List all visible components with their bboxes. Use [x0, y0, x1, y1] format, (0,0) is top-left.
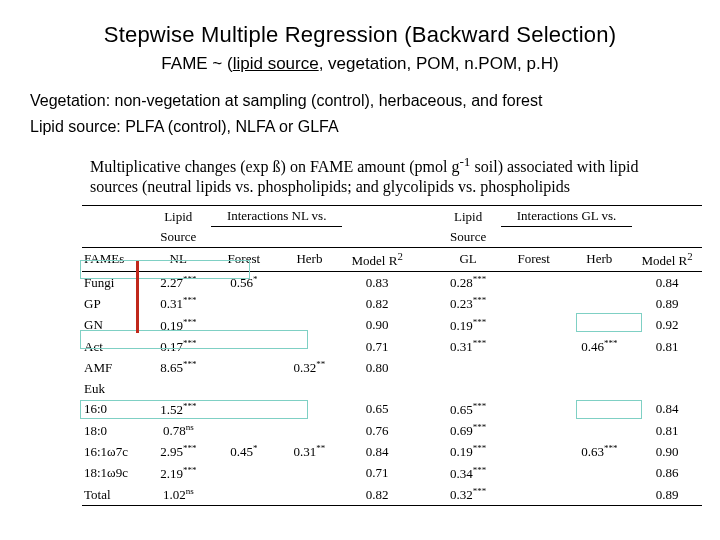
table-row: AMF8.65***0.32**0.80 — [82, 357, 702, 378]
table-row: Total1.02ns0.820.32***0.89 — [82, 484, 702, 506]
hdr-source-nl: Source — [160, 229, 196, 244]
slide-title: Stepwise Multiple Regression (Backward S… — [30, 22, 690, 48]
hdr-lipid-nl: Lipid — [164, 209, 192, 224]
hdr-nl: NL — [145, 247, 211, 271]
hdr-source-gl: Source — [450, 229, 486, 244]
table-row: 18:1ω9c2.19***0.710.34***0.86 — [82, 463, 702, 484]
hdr-gl: GL — [435, 247, 501, 271]
hdr-herb-gl: Herb — [567, 247, 633, 271]
hdr-forest-gl: Forest — [501, 247, 567, 271]
table-row: 16:1ω7c2.95***0.45*0.31**0.840.19***0.63… — [82, 441, 702, 462]
table-row: Fungi2.27***0.56*0.830.28***0.84 — [82, 272, 702, 294]
hdr-forest-nl: Forest — [211, 247, 277, 271]
results-table: Lipid Interactions NL vs. Lipid Interact… — [82, 205, 702, 506]
table-row: Act0.17***0.710.31***0.46***0.81 — [82, 336, 702, 357]
caption-sup: -1 — [459, 154, 470, 169]
hdr-herb-nl: Herb — [277, 247, 343, 271]
lipid-source-note: Lipid source: PLFA (control), NLFA or GL… — [30, 118, 690, 136]
model-formula: FAME ~ (lipid source, vegetation, POM, n… — [30, 54, 690, 74]
hdr-inter-gl: Interactions GL vs. — [517, 208, 617, 223]
table-caption: Multiplicative changes (exp ß) on FAME a… — [90, 154, 680, 197]
model-prefix: FAME ~ ( — [161, 54, 232, 73]
model-rest: , vegetation, POM, n.POM, p.H) — [319, 54, 559, 73]
hdr-fames: FAMEs — [82, 247, 145, 271]
table-row: Euk — [82, 379, 702, 399]
results-table-wrapper: Lipid Interactions NL vs. Lipid Interact… — [82, 205, 702, 506]
table-row: 18:00.78ns0.760.69***0.81 — [82, 420, 702, 441]
table-row: GP0.31***0.820.23***0.89 — [82, 293, 702, 314]
caption-part-a: Multiplicative changes (exp ß) on FAME a… — [90, 158, 459, 175]
model-underlined: lipid source — [233, 54, 319, 73]
hdr-r2-gl: Model R — [641, 253, 687, 268]
hdr-lipid-gl: Lipid — [454, 209, 482, 224]
table-row: 16:01.52***0.650.65***0.84 — [82, 399, 702, 420]
vegetation-note: Vegetation: non-vegetation at sampling (… — [30, 92, 690, 110]
table-row: GN0.19***0.900.19***0.92 — [82, 315, 702, 336]
hdr-inter-nl: Interactions NL vs. — [227, 208, 327, 223]
hdr-r2-nl: Model R — [352, 253, 398, 268]
